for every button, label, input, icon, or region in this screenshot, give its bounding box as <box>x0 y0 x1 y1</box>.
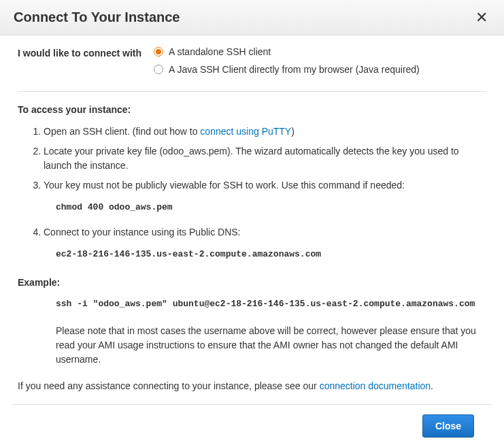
assistance-text: If you need any assistance connecting to… <box>18 379 486 393</box>
instructions-list: Open an SSH client. (find out how to con… <box>18 125 486 266</box>
assistance-prefix: If you need any assistance connecting to… <box>18 380 320 391</box>
connection-documentation-link[interactable]: connection documentation <box>320 380 431 391</box>
dialog-footer: Close <box>12 404 492 443</box>
step-1-prefix: Open an SSH client. (find out how to <box>44 126 200 137</box>
example-code: ssh -i "odoo_aws.pem" ubuntu@ec2-18-216-… <box>18 293 486 314</box>
dialog-title: Connect To Your Instance <box>14 10 180 25</box>
step-2: Locate your private key file (odoo_aws.p… <box>44 144 486 173</box>
dialog-body: I would like to connect with A standalon… <box>0 35 504 404</box>
radio-java-ssh[interactable]: A Java SSH Client directly from my brows… <box>154 64 486 75</box>
radio-icon <box>154 47 163 56</box>
step-4-text: Connect to your instance using its Publi… <box>44 227 240 237</box>
step-3: Your key must not be publicly viewable f… <box>44 178 486 220</box>
connect-with-label: I would like to connect with <box>18 46 154 59</box>
dialog-header: Connect To Your Instance ✕ <box>0 0 504 35</box>
radio-icon <box>154 65 163 74</box>
step-4-code: ec2-18-216-146-135.us-east-2.compute.ama… <box>44 242 486 267</box>
step-1: Open an SSH client. (find out how to con… <box>44 125 486 139</box>
connect-putty-link[interactable]: connect using PuTTY <box>200 126 291 137</box>
connect-instance-dialog: Connect To Your Instance ✕ I would like … <box>0 0 504 443</box>
access-title: To access your instance: <box>18 104 486 115</box>
radio-standalone-ssh[interactable]: A standalone SSH client <box>154 46 486 57</box>
radio-group: A standalone SSH client A Java SSH Clien… <box>154 46 486 82</box>
step-3-code: chmod 400 odoo_aws.pem <box>44 195 486 220</box>
radio-standalone-label: A standalone SSH client <box>169 46 271 57</box>
example-label: Example: <box>18 277 486 288</box>
step-3-text: Your key must not be publicly viewable f… <box>44 180 405 191</box>
step-4: Connect to your instance using its Publi… <box>44 225 486 267</box>
radio-java-label: A Java SSH Client directly from my brows… <box>169 64 420 75</box>
close-icon[interactable]: ✕ <box>473 10 490 25</box>
close-button[interactable]: Close <box>422 414 474 438</box>
example-note: Please note that in most cases the usern… <box>18 324 486 367</box>
connect-with-row: I would like to connect with A standalon… <box>18 46 486 82</box>
divider <box>18 91 486 92</box>
step-1-suffix: ) <box>291 126 295 137</box>
assistance-suffix: . <box>431 380 433 391</box>
